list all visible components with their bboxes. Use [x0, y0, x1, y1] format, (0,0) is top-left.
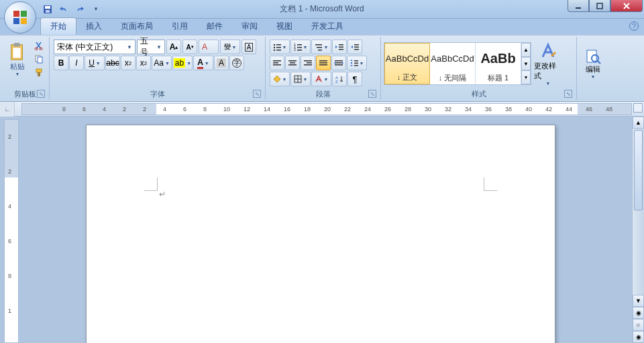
- clipboard-launcher[interactable]: ⤡: [37, 90, 45, 98]
- style-normal[interactable]: AaBbCcDd ↓ 正文: [384, 43, 430, 84]
- svg-rect-27: [297, 47, 302, 48]
- svg-rect-29: [297, 50, 302, 51]
- vertical-scrollbar[interactable]: ▲ ▼ ◉ ○ ◉: [632, 117, 644, 343]
- numbering-button[interactable]: 123▼: [290, 40, 311, 54]
- browse-select[interactable]: ○: [633, 319, 644, 331]
- phonetic-guide-button[interactable]: 變▼: [220, 40, 240, 54]
- copy-button[interactable]: [32, 53, 46, 65]
- vertical-ruler[interactable]: 224681: [4, 119, 19, 343]
- italic-button[interactable]: I: [69, 56, 84, 70]
- font-name-combo[interactable]: 宋体 (中文正文)▼: [54, 40, 136, 54]
- find-icon: [585, 48, 601, 64]
- browse-prev[interactable]: ◉: [633, 307, 644, 319]
- svg-rect-39: [273, 60, 281, 62]
- shading-button[interactable]: ▼: [270, 72, 290, 86]
- qat-undo-button[interactable]: [58, 3, 70, 15]
- margin-mark-top-left: [144, 178, 158, 191]
- cut-icon: [34, 41, 44, 50]
- align-justify-button[interactable]: [316, 56, 331, 70]
- decrease-indent-button[interactable]: [332, 40, 347, 54]
- font-size-combo[interactable]: 五号▼: [137, 40, 165, 54]
- style-heading1[interactable]: AaBb 标题 1: [476, 43, 521, 84]
- paste-button[interactable]: 粘贴 ▼: [5, 40, 30, 77]
- svg-rect-57: [354, 65, 358, 66]
- cut-button[interactable]: [32, 40, 46, 52]
- asian-layout-button[interactable]: ▼: [311, 72, 331, 86]
- gallery-up[interactable]: ▲: [521, 43, 531, 57]
- qat-save-button[interactable]: [42, 3, 54, 15]
- horizontal-ruler[interactable]: 8642246810121416182022242628303234363840…: [21, 103, 632, 115]
- office-button[interactable]: [4, 1, 36, 33]
- align-left-button[interactable]: [270, 56, 284, 70]
- qat-redo-button[interactable]: [74, 3, 86, 15]
- character-shading-button[interactable]: A: [214, 56, 229, 70]
- styles-launcher[interactable]: ⤡: [564, 90, 572, 98]
- clear-formatting-button[interactable]: Aゝ: [199, 40, 219, 54]
- svg-rect-16: [36, 69, 42, 72]
- line-spacing-icon: [350, 59, 358, 67]
- gallery-down[interactable]: ▼: [521, 57, 531, 71]
- svg-rect-35: [339, 49, 343, 50]
- styles-group-label: 样式: [472, 90, 486, 98]
- ruler-toggle[interactable]: [633, 103, 643, 113]
- borders-button[interactable]: ▼: [290, 72, 311, 86]
- tab-selector[interactable]: ∟: [0, 102, 15, 117]
- tab-home[interactable]: 开始: [40, 17, 76, 35]
- help-button[interactable]: ?: [629, 21, 639, 31]
- superscript-button[interactable]: x2: [136, 56, 151, 70]
- scroll-thumb[interactable]: [634, 130, 643, 210]
- group-paragraph: ▼ 123▼ ▼ ▼ ▼ ▼ ▼: [266, 37, 381, 100]
- font-launcher[interactable]: ⤡: [253, 90, 261, 98]
- font-color-button[interactable]: A▼: [193, 56, 213, 70]
- minimize-button[interactable]: [568, 0, 589, 12]
- page[interactable]: ↵: [86, 125, 555, 343]
- minimize-icon: [575, 3, 582, 9]
- group-font: 宋体 (中文正文)▼ 五号▼ A▴ A▾ Aゝ 變▼ A B I U▼ abc …: [50, 37, 266, 100]
- svg-rect-40: [273, 62, 278, 64]
- tab-review[interactable]: 审阅: [232, 18, 267, 35]
- sort-button[interactable]: AZ: [332, 72, 347, 86]
- format-painter-button[interactable]: [32, 66, 46, 78]
- tab-view[interactable]: 视图: [267, 18, 302, 35]
- highlight-button[interactable]: ab▼: [172, 56, 193, 70]
- tab-page-layout[interactable]: 页面布局: [111, 18, 162, 35]
- align-right-button[interactable]: [301, 56, 315, 70]
- close-button[interactable]: [610, 0, 643, 12]
- editing-button[interactable]: 编辑 ▼: [580, 48, 606, 79]
- tab-references[interactable]: 引用: [162, 18, 197, 35]
- browse-next[interactable]: ◉: [633, 331, 644, 343]
- enclose-characters-button[interactable]: 字: [229, 56, 244, 70]
- svg-rect-25: [297, 44, 302, 46]
- qat-customize-button[interactable]: ▼: [90, 3, 102, 15]
- style-no-spacing[interactable]: AaBbCcDd ↓ 无间隔: [430, 43, 476, 84]
- underline-button[interactable]: U▼: [85, 56, 105, 70]
- scroll-up[interactable]: ▲: [633, 117, 644, 129]
- align-center-button[interactable]: [285, 56, 300, 70]
- tab-insert[interactable]: 插入: [76, 18, 111, 35]
- svg-rect-49: [319, 62, 327, 64]
- multilevel-list-button[interactable]: ▼: [311, 40, 331, 54]
- scroll-down[interactable]: ▼: [633, 295, 644, 307]
- gallery-more[interactable]: ▾: [521, 70, 531, 84]
- change-styles-button[interactable]: 更改样式 ▼: [534, 42, 562, 86]
- bullets-button[interactable]: ▼: [270, 40, 290, 54]
- bold-button[interactable]: B: [54, 56, 68, 70]
- tab-developer[interactable]: 开发工具: [302, 18, 353, 35]
- undo-icon: [59, 5, 68, 13]
- character-border-button[interactable]: A: [241, 40, 256, 54]
- maximize-button[interactable]: [589, 0, 610, 12]
- distributed-button[interactable]: [331, 56, 346, 70]
- change-case-button[interactable]: Aa▼: [152, 56, 172, 70]
- svg-text:Z: Z: [335, 80, 338, 83]
- shrink-font-button[interactable]: A▾: [182, 40, 197, 54]
- increase-indent-button[interactable]: [347, 40, 362, 54]
- strikethrough-button[interactable]: abc: [105, 56, 120, 70]
- line-spacing-button[interactable]: ▼: [347, 56, 367, 70]
- subscript-button[interactable]: x2: [121, 56, 136, 70]
- grow-font-button[interactable]: A▴: [166, 40, 181, 54]
- svg-rect-36: [354, 44, 359, 46]
- svg-rect-38: [354, 49, 359, 50]
- show-marks-button[interactable]: ¶: [347, 72, 362, 86]
- paragraph-launcher[interactable]: ⤡: [368, 90, 376, 98]
- tab-mailings[interactable]: 邮件: [197, 18, 232, 35]
